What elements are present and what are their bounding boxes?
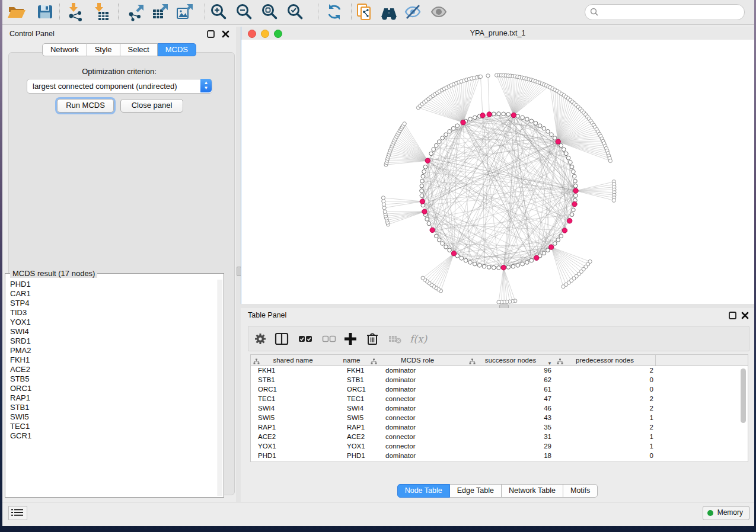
- zoom-fit-icon[interactable]: [260, 2, 279, 21]
- tab-node-table[interactable]: Node Table: [397, 484, 450, 498]
- leaf-node[interactable]: [479, 75, 482, 78]
- import-network-icon[interactable]: [66, 2, 85, 21]
- split-columns-icon[interactable]: [275, 332, 289, 346]
- ring-node[interactable]: [420, 184, 424, 188]
- ring-node[interactable]: [511, 264, 515, 268]
- tab-select[interactable]: Select: [120, 43, 158, 56]
- show-all-icon[interactable]: [429, 2, 448, 21]
- ring-node[interactable]: [487, 265, 491, 270]
- export-table-icon[interactable]: [151, 2, 170, 21]
- ring-node[interactable]: [432, 148, 436, 152]
- mcds-hub-node[interactable]: [567, 219, 572, 223]
- mcds-result-item[interactable]: ACE2: [7, 365, 218, 374]
- col-successor-nodes[interactable]: successor nodes▼: [467, 355, 555, 366]
- duplicate-network-icon[interactable]: [355, 2, 374, 21]
- mcds-result-item[interactable]: RAP1: [7, 393, 218, 403]
- tab-edge-table[interactable]: Edge Table: [450, 484, 502, 498]
- ring-node[interactable]: [573, 194, 578, 198]
- hide-selected-icon[interactable]: [403, 2, 422, 21]
- mcds-result-item[interactable]: TEC1: [7, 422, 218, 431]
- mcds-result-item[interactable]: YOX1: [7, 318, 218, 327]
- mcds-hub-node[interactable]: [534, 255, 539, 260]
- ring-node[interactable]: [421, 174, 425, 178]
- ring-node[interactable]: [506, 113, 511, 117]
- table-row[interactable]: PHD1PHD1dominator180: [251, 451, 748, 460]
- network-view[interactable]: [241, 40, 754, 304]
- ring-node[interactable]: [497, 112, 501, 116]
- leaf-node[interactable]: [381, 196, 385, 200]
- ring-node[interactable]: [420, 194, 424, 198]
- mcds-result-item[interactable]: SWI4: [7, 327, 218, 336]
- leaf-node[interactable]: [612, 198, 615, 202]
- close-panel-icon[interactable]: [741, 311, 749, 319]
- ring-node[interactable]: [556, 238, 560, 242]
- ring-node[interactable]: [534, 121, 538, 126]
- ring-node[interactable]: [542, 127, 546, 131]
- ring-node[interactable]: [529, 119, 534, 123]
- ring-node[interactable]: [435, 234, 439, 238]
- col-mcds-role[interactable]: MCDS role: [368, 355, 467, 366]
- ring-node[interactable]: [473, 262, 477, 266]
- ring-node[interactable]: [569, 161, 573, 165]
- close-panel-button[interactable]: Close panel: [120, 99, 183, 113]
- mcds-hub-node[interactable]: [430, 227, 435, 232]
- table-scrollbar[interactable]: [741, 368, 746, 423]
- save-icon[interactable]: [36, 2, 55, 21]
- ring-node[interactable]: [464, 258, 468, 262]
- ring-node[interactable]: [468, 261, 473, 265]
- mcds-result-item[interactable]: PHD1: [7, 280, 218, 289]
- ring-node[interactable]: [438, 140, 442, 144]
- ring-node[interactable]: [566, 156, 570, 160]
- mcds-hub-node[interactable]: [573, 188, 578, 193]
- mcds-result-item[interactable]: SRD1: [7, 336, 218, 346]
- mcds-result-item[interactable]: GCR1: [7, 431, 218, 441]
- ring-node[interactable]: [448, 248, 452, 252]
- ring-node[interactable]: [422, 169, 426, 174]
- ring-node[interactable]: [564, 152, 569, 156]
- gear-icon[interactable]: [253, 332, 267, 346]
- table-row[interactable]: ORC1ORC1dominator610: [251, 384, 748, 394]
- ring-node[interactable]: [529, 258, 534, 262]
- ring-node[interactable]: [477, 264, 481, 268]
- table-row[interactable]: SWI5SWI5connector431: [251, 413, 748, 422]
- mcds-hub-node[interactable]: [422, 209, 427, 214]
- mcds-hub-node[interactable]: [425, 158, 430, 163]
- mcds-result-list[interactable]: PHD1CAR1STP4TID3YOX1SWI4SRD1PMA2FKH1ACE2…: [7, 280, 218, 496]
- export-network-icon[interactable]: [127, 2, 146, 21]
- mcds-hub-node[interactable]: [461, 120, 465, 125]
- open-folder-icon[interactable]: [7, 2, 26, 21]
- tab-motifs[interactable]: Motifs: [563, 484, 598, 498]
- ring-node[interactable]: [538, 124, 542, 128]
- ring-node[interactable]: [423, 165, 428, 169]
- mcds-result-item[interactable]: TID3: [7, 308, 218, 318]
- ring-node[interactable]: [429, 152, 433, 156]
- deselect-all-icon[interactable]: [322, 332, 336, 346]
- mcds-hub-node[interactable]: [572, 201, 577, 206]
- ring-node[interactable]: [525, 117, 529, 121]
- leaf-node[interactable]: [383, 210, 387, 213]
- criterion-dropdown[interactable]: largest connected component (undirected)…: [27, 79, 212, 94]
- select-all-icon[interactable]: [298, 332, 312, 346]
- binoculars-icon[interactable]: [379, 2, 398, 21]
- ring-node[interactable]: [553, 136, 557, 140]
- mcds-hub-node[interactable]: [562, 228, 567, 233]
- ring-node[interactable]: [516, 114, 520, 118]
- ring-node[interactable]: [516, 264, 520, 268]
- ring-node[interactable]: [455, 124, 460, 128]
- col-predecessor-nodes[interactable]: predecessor nodes: [554, 355, 656, 366]
- mcds-hub-node[interactable]: [420, 199, 425, 204]
- mcds-result-item[interactable]: STB5: [7, 374, 218, 384]
- mcds-result-item[interactable]: PMA2: [7, 346, 218, 355]
- mcds-result-item[interactable]: SWI5: [7, 412, 218, 422]
- float-panel-icon[interactable]: [729, 311, 736, 319]
- tab-mcds[interactable]: MCDS: [158, 43, 196, 56]
- horizontal-splitter[interactable]: [241, 304, 754, 308]
- leaf-node[interactable]: [562, 285, 565, 289]
- zoom-selected-icon[interactable]: [286, 2, 305, 21]
- ring-node[interactable]: [438, 238, 442, 242]
- ring-node[interactable]: [553, 242, 557, 246]
- ring-node[interactable]: [444, 245, 448, 249]
- tab-style[interactable]: Style: [87, 43, 120, 56]
- ring-node[interactable]: [562, 148, 566, 152]
- ring-node[interactable]: [572, 169, 576, 174]
